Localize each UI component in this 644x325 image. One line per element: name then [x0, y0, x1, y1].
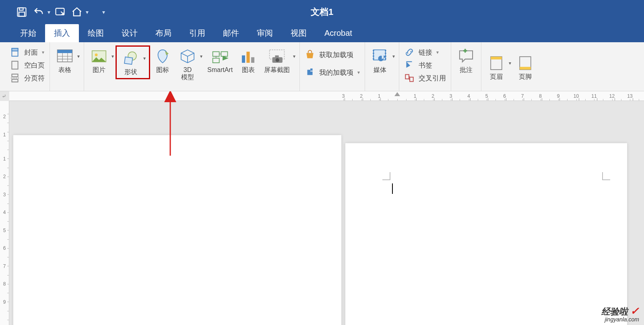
footer-label: 页脚	[519, 73, 532, 80]
3d-models-button[interactable]: 3D 模型	[175, 45, 200, 82]
ribbon: 封面 ▾ 空白页 分页符 表格	[0, 42, 644, 91]
chevron-down-icon[interactable]: ▾	[293, 45, 297, 59]
link-icon	[404, 47, 415, 58]
tab-home[interactable]: 开始	[11, 24, 45, 42]
group-pages: 封面 ▾ 空白页 分页符	[5, 42, 50, 91]
text-cursor	[392, 183, 393, 194]
header-button[interactable]: 页眉	[484, 52, 509, 82]
tab-design[interactable]: 设计	[113, 24, 147, 42]
icons-button[interactable]: 图标	[150, 45, 175, 75]
watermark-url: jingyanla.com	[601, 316, 639, 323]
shapes-icon	[122, 49, 140, 68]
link-button[interactable]: 链接 ▾	[404, 47, 446, 58]
svg-rect-17	[247, 52, 250, 63]
footer-button[interactable]: 页脚	[513, 52, 538, 82]
group-headerfooter: 页眉 ▾ 页脚	[481, 42, 540, 91]
shapes-label: 形状	[124, 68, 137, 76]
group-illustrations: 图片 ▾ 形状 ▾ 图标 3D 模型	[84, 42, 300, 91]
chevron-down-icon[interactable]: ▾	[111, 45, 116, 59]
table-button[interactable]: 表格	[52, 45, 77, 75]
tab-insert[interactable]: 插入	[45, 24, 79, 42]
bookmark-button[interactable]: 书签	[404, 60, 446, 70]
table-icon	[56, 47, 74, 66]
tab-acrobat[interactable]: Acrobat	[316, 24, 361, 42]
horizontal-ruler[interactable]: 32112345678910111213141516	[9, 91, 644, 101]
customize-qat-icon[interactable]: ▾	[102, 9, 105, 15]
home-dropdown-icon[interactable]: ▾	[86, 9, 89, 15]
titlebar: ▾ ▾ ▾ 文档1	[0, 0, 644, 24]
chevron-down-icon[interactable]: ▾	[200, 45, 204, 59]
page-area[interactable]	[9, 101, 644, 325]
smartart-button[interactable]: SmartArt	[204, 45, 236, 75]
header-icon	[487, 54, 506, 72]
3d-label-2: 模型	[181, 74, 194, 81]
watermark: 经验啦 ✓ jingyanla.com	[601, 305, 639, 323]
svg-rect-15	[213, 58, 219, 63]
home-button[interactable]	[70, 5, 84, 19]
touch-mode-button[interactable]	[53, 5, 67, 19]
chevron-down-icon[interactable]: ▾	[509, 52, 513, 66]
comment-button[interactable]: 批注	[454, 45, 479, 75]
shapes-button[interactable]: 形状	[118, 47, 143, 77]
table-label: 表格	[58, 66, 71, 74]
cube-icon	[178, 47, 197, 66]
document-canvas: ⤶ 32112345678910111213141516 21123456789	[0, 91, 644, 325]
shapes-highlighted: 形状 ▾	[116, 45, 150, 79]
crossref-icon	[404, 73, 415, 83]
screenshot-label: 屏幕截图	[264, 66, 290, 74]
document-page	[345, 143, 627, 325]
crossref-button[interactable]: 交叉引用	[404, 73, 446, 83]
screenshot-button[interactable]: 屏幕截图	[261, 45, 293, 75]
vertical-ruler[interactable]: 21123456789	[0, 101, 9, 325]
group-addins: 获取加载项 我的加载项 ▾	[300, 42, 365, 91]
svg-rect-26	[410, 77, 413, 82]
undo-dropdown-icon[interactable]: ▾	[47, 9, 50, 15]
annotation-arrow-icon	[156, 91, 184, 164]
chevron-down-icon[interactable]: ▾	[143, 47, 147, 61]
tab-mailings[interactable]: 邮件	[214, 24, 248, 42]
comment-icon	[457, 47, 475, 66]
blank-page-label: 空白页	[24, 61, 45, 70]
smartart-label: SmartArt	[207, 66, 233, 74]
icons-icon	[153, 47, 172, 66]
paragraph-mark-icon: ⤶	[2, 93, 6, 99]
tab-view[interactable]: 视图	[282, 24, 316, 42]
icons-label: 图标	[156, 66, 169, 74]
page-break-button[interactable]: 分页符	[10, 73, 45, 83]
tab-references[interactable]: 引用	[180, 24, 214, 42]
comment-label: 批注	[460, 66, 473, 74]
group-table: 表格 ▾	[50, 42, 84, 91]
chart-button[interactable]: 图表	[236, 45, 261, 75]
chevron-down-icon[interactable]: ▾	[392, 45, 396, 59]
link-label: 链接	[419, 48, 432, 57]
my-addins-button[interactable]: 我的加载项 ▾	[305, 67, 360, 78]
pictures-button[interactable]: 图片	[87, 45, 111, 75]
svg-rect-22	[275, 56, 279, 58]
save-button[interactable]	[14, 5, 29, 19]
store-icon	[305, 49, 315, 60]
svg-point-10	[95, 53, 98, 56]
page-break-icon	[10, 73, 20, 83]
get-addins-button[interactable]: 获取加载项	[305, 49, 360, 60]
tab-draw[interactable]: 绘图	[79, 24, 113, 42]
cover-page-button[interactable]: 封面 ▾	[10, 47, 45, 58]
chevron-down-icon: ▾	[436, 49, 439, 55]
svg-rect-13	[213, 52, 219, 57]
page-break-label: 分页符	[24, 74, 45, 83]
document-title: 文档1	[311, 6, 333, 18]
media-label: 媒体	[374, 66, 386, 74]
crossref-label: 交叉引用	[419, 74, 446, 83]
camera-icon	[268, 47, 286, 66]
svg-rect-18	[251, 57, 254, 63]
blank-page-icon	[10, 60, 20, 70]
tab-review[interactable]: 审阅	[248, 24, 282, 42]
blank-page-button[interactable]: 空白页	[10, 60, 45, 70]
tab-layout[interactable]: 布局	[147, 24, 180, 42]
3d-label-1: 3D	[184, 66, 192, 74]
svg-rect-8	[58, 50, 72, 53]
margin-corner-icon	[602, 172, 610, 180]
chevron-down-icon[interactable]: ▾	[77, 45, 81, 59]
media-button[interactable]: 媒体	[367, 45, 392, 75]
header-label: 页眉	[490, 73, 503, 80]
undo-button[interactable]	[31, 5, 46, 19]
